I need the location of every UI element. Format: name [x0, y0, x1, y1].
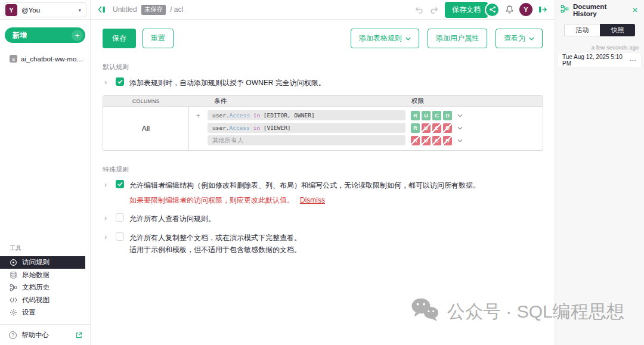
permission-badge-u[interactable]: U: [422, 111, 431, 120]
reset-button[interactable]: 重置: [143, 29, 174, 48]
condition-header: 条件: [214, 96, 227, 106]
special-rules-list: ›允许编辑者编辑结构（例如修改和删除表、列、布局）和编写公式，无论读取限制如何，…: [103, 181, 543, 255]
rules-table-header: COLUMNS 条件 权限: [103, 96, 543, 107]
expand-chevron-icon[interactable]: ›: [104, 78, 110, 86]
permission-badge-d[interactable]: D: [443, 111, 452, 120]
view-as-dropdown[interactable]: 查看为: [496, 29, 543, 48]
special-rule-text: 允许所有人复制整个文档，或在演示模式下完整查看。: [129, 233, 301, 243]
sidebar-item-settings[interactable]: 设置: [0, 306, 90, 319]
add-user-attribute-button[interactable]: 添加用户属性: [428, 29, 487, 48]
special-rule-texts: 允许所有人查看访问规则。: [129, 214, 215, 224]
permission-badge-u[interactable]: U: [422, 136, 431, 145]
condition-input[interactable]: 其他所有人: [208, 135, 405, 145]
permission-badges: RUCD: [411, 111, 452, 120]
rule-row: 其他所有人RUCD: [189, 134, 543, 147]
raw-data-icon: [10, 271, 17, 279]
acl-page: 保存 重置 添加表格规则 添加用户属性 查看为 默认规则: [91, 20, 555, 345]
code-view-icon: [10, 297, 17, 303]
permission-badges: RUCD: [411, 136, 452, 145]
add-new-button[interactable]: 新增 +: [5, 27, 85, 43]
chevron-down-icon[interactable]: [457, 139, 463, 142]
tool-label: 代码视图: [22, 296, 49, 304]
special-rule-checkbox[interactable]: [116, 180, 124, 188]
sidebar-document-item[interactable]: aai_chatbot-ww-monthly-20...: [0, 54, 90, 64]
special-rule-checkbox[interactable]: [116, 232, 124, 241]
expand-chevron-icon[interactable]: ›: [104, 214, 110, 222]
permission-badge-d[interactable]: D: [443, 136, 452, 145]
expand-chevron-icon[interactable]: ›: [104, 181, 110, 189]
permission-badge-c[interactable]: C: [432, 111, 441, 120]
auto-owner-rule-text: 添加表规则时，自动添加规则以授予 OWNER 完全访问权限。: [129, 78, 326, 88]
plus-icon: +: [72, 30, 83, 41]
save-button[interactable]: 保存: [103, 29, 136, 48]
tools-section-label: 工具: [0, 244, 90, 256]
tab-活动[interactable]: 活动: [564, 24, 600, 36]
condition-input[interactable]: user.Access in [EDITOR, OWNER]: [208, 110, 405, 120]
help-label: 帮助中心: [21, 331, 49, 340]
condition-token: Access: [230, 125, 250, 131]
expand-chevron-icon[interactable]: ›: [104, 233, 110, 241]
chevron-down-icon[interactable]: [457, 126, 463, 130]
tab-快照[interactable]: 快照: [600, 24, 635, 36]
document-name: ai_chatbot-ww-monthly-20...: [21, 55, 86, 63]
save-document-button[interactable]: 保存文档: [445, 2, 488, 18]
snapshot-menu-icon[interactable]: ⋯: [630, 57, 637, 64]
permission-badges: RUCD: [411, 123, 452, 133]
doc-title[interactable]: Untitled: [113, 5, 137, 14]
sidebar-item-raw-data[interactable]: 原始数据: [0, 269, 90, 281]
permission-badge-r[interactable]: R: [411, 136, 420, 145]
close-icon[interactable]: ✕: [632, 7, 638, 14]
permission-badge-d[interactable]: D: [443, 123, 452, 133]
dismiss-link[interactable]: Dismiss: [300, 196, 325, 204]
auto-owner-rule-checkbox[interactable]: [116, 77, 124, 86]
sidebar-item-help-center[interactable]: ? 帮助中心: [0, 324, 90, 345]
condition-input[interactable]: user.Access in [VIEWER]: [208, 123, 405, 133]
permission-badge-r[interactable]: R: [411, 123, 420, 133]
snapshot-label: Tue Aug 12, 2025 5:10 PM: [562, 54, 630, 67]
condition-token: Access: [230, 112, 250, 119]
permission-badge-r[interactable]: R: [411, 111, 420, 120]
permission-badge-c[interactable]: C: [432, 123, 441, 133]
tool-label: 文档历史: [22, 283, 49, 292]
special-rule-checkbox[interactable]: [116, 213, 124, 222]
chevron-down-icon: ▾: [78, 7, 81, 13]
condition-token: in: [250, 112, 264, 119]
special-rule-row: ›允许编辑者编辑结构（例如修改和删除表、列、布局）和编写公式，无论读取限制如何，…: [103, 181, 543, 206]
doc-history-icon: [10, 284, 17, 291]
add-new-label: 新增: [13, 30, 27, 41]
share-icon[interactable]: [485, 2, 500, 17]
breadcrumb: / acl: [170, 5, 183, 14]
expand-right-panel-icon[interactable]: [538, 5, 547, 14]
add-rule-icon[interactable]: +: [189, 111, 208, 120]
sidebar-item-code-view[interactable]: 代码视图: [0, 294, 90, 306]
notifications-bell-icon[interactable]: [505, 5, 514, 14]
special-rule-row: ›允许所有人复制整个文档，或在演示模式下完整查看。适用于示例和模板，但不适用于包…: [103, 233, 543, 256]
default-rules-title: 默认规则: [103, 63, 543, 72]
account-avatar[interactable]: Y: [519, 3, 532, 16]
user-selector[interactable]: Y @You ▾: [4, 2, 86, 17]
special-rule-texts: 允许编辑者编辑结构（例如修改和删除表、列、布局）和编写公式，无论读取限制如何，都…: [129, 181, 480, 206]
columns-header: COLUMNS: [103, 96, 189, 106]
tool-label: 原始数据: [22, 271, 49, 279]
snapshot-item[interactable]: Tue Aug 12, 2025 5:10 PM ⋯: [558, 53, 641, 67]
undo-icon[interactable]: [414, 5, 424, 14]
app-window: Y @You ▾ 新增 + aai_chatbot-ww-monthly-20.…: [0, 0, 644, 345]
sidebar-item-access-rules[interactable]: 访问规则: [0, 256, 85, 269]
panel-title: Document History: [573, 3, 628, 17]
permission-badge-u[interactable]: U: [422, 123, 431, 133]
acl-toolbar: 保存 重置 添加表格规则 添加用户属性 查看为: [103, 29, 543, 48]
user-avatar: Y: [5, 4, 17, 16]
condition-token: in: [250, 125, 264, 131]
permission-badge-c[interactable]: C: [432, 136, 441, 145]
permission-header: 权限: [411, 96, 424, 106]
document-history-header: Document History ✕: [555, 0, 644, 20]
chevron-down-icon: [405, 37, 411, 41]
chevron-down-icon[interactable]: [457, 114, 463, 117]
rule-rows: +user.Access in [EDITOR, OWNER]RUCDuser.…: [189, 107, 543, 150]
document-icon: a: [10, 55, 17, 63]
special-rule-subtext: 适用于示例和模板，但不适用于包含敏感数据的文档。: [129, 245, 301, 255]
collapse-left-panel-icon[interactable]: [97, 5, 106, 14]
add-table-rules-dropdown[interactable]: 添加表格规则: [351, 29, 419, 48]
sidebar-item-doc-history[interactable]: 文档历史: [0, 281, 90, 294]
redo-icon[interactable]: [429, 5, 439, 14]
